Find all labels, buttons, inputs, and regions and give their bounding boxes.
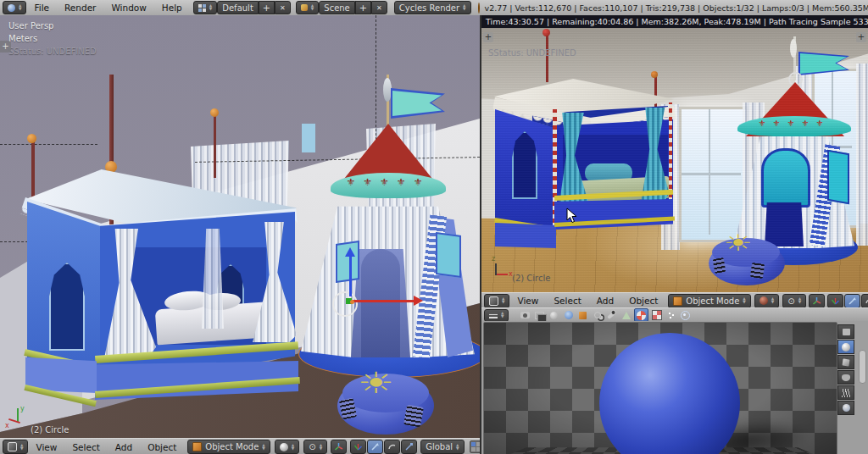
translate-manipulator-button[interactable]: [367, 440, 383, 454]
menu-select[interactable]: Select: [546, 293, 588, 308]
viewport-shading-select[interactable]: [275, 440, 299, 454]
menu-object[interactable]: Object: [621, 293, 665, 308]
layout-delete-button[interactable]: [275, 1, 291, 14]
solid-shading-icon: [280, 443, 288, 451]
transform-orientation-select[interactable]: Global: [420, 440, 464, 454]
menu-object[interactable]: Object: [140, 440, 184, 454]
tent-front-window: [761, 148, 810, 208]
texture-icon: [652, 310, 662, 320]
tab-render[interactable]: [519, 309, 531, 321]
editor-type-properties-button[interactable]: [484, 309, 509, 322]
tab-object-data[interactable]: [620, 309, 632, 321]
rotate-manipulator-button[interactable]: [384, 440, 400, 454]
render-engine-select[interactable]: Cycles Render: [394, 1, 471, 14]
pouf-vent: [713, 257, 726, 274]
preview-flat-button[interactable]: [837, 324, 854, 339]
menu-file[interactable]: File: [26, 0, 57, 15]
world-icon: [565, 311, 573, 319]
scene-name-field[interactable]: Scene: [319, 1, 355, 14]
manipulator-x-axis[interactable]: [353, 300, 415, 302]
tab-world[interactable]: [562, 309, 575, 321]
material-preview[interactable]: [483, 322, 837, 454]
manipulator-mode-buttons: [350, 440, 417, 454]
editor-type-info-button[interactable]: [3, 1, 26, 14]
manipulator-circle[interactable]: [332, 291, 358, 317]
mode-select[interactable]: Object Mode: [668, 294, 750, 308]
menu-view[interactable]: View: [28, 440, 64, 454]
axis-tripod-button[interactable]: [350, 440, 366, 454]
render-stats-bar: Time:43:30.57 | Remaining:40:04.86 | Mem…: [481, 15, 868, 28]
screen-layout-icon-button[interactable]: [193, 1, 217, 14]
expand-toolshelf-button[interactable]: +: [0, 41, 11, 53]
translate-manipulator-button[interactable]: [844, 294, 860, 308]
mesh-data-icon: [622, 312, 631, 319]
layout-add-button[interactable]: [259, 1, 275, 14]
stepper-icon: [798, 297, 801, 304]
preview-monkey-button[interactable]: [837, 370, 854, 385]
render-engine-value: Cycles Render: [399, 3, 459, 13]
menu-add[interactable]: Add: [589, 293, 621, 308]
expand-toolshelf-button[interactable]: +: [483, 32, 493, 42]
tab-physics[interactable]: [679, 309, 692, 321]
menu-add[interactable]: Add: [108, 440, 140, 454]
sun-pouf-object[interactable]: [331, 367, 441, 438]
expand-properties-button[interactable]: +: [856, 32, 866, 42]
editor-type-3dview-button[interactable]: [484, 294, 509, 308]
tab-material[interactable]: [634, 308, 648, 322]
tab-texture[interactable]: [650, 309, 663, 321]
editor-type-3dview-button[interactable]: [3, 440, 28, 454]
mode-select[interactable]: Object Mode: [187, 440, 270, 454]
viewport-shading-select[interactable]: [754, 294, 779, 308]
preview-sphere-button[interactable]: [837, 340, 854, 354]
manipulator-z-axis[interactable]: [349, 256, 352, 296]
render-layers-icon: [535, 312, 544, 319]
render-status-label: SStatus: UNDEFINED: [488, 48, 576, 58]
info-editor-icon: [8, 4, 15, 12]
menu-select[interactable]: Select: [64, 440, 107, 454]
preview-hair-button[interactable]: [837, 385, 854, 400]
screen-layout-name-field[interactable]: Default: [217, 1, 259, 14]
scene-delete-button[interactable]: [371, 1, 387, 14]
stepper-icon: [262, 444, 264, 451]
manipulator-toggle-button[interactable]: [331, 440, 347, 454]
pivot-point-select[interactable]: [303, 440, 327, 454]
stepper-icon: [311, 4, 314, 11]
menu-view[interactable]: View: [509, 293, 546, 308]
scene-add-button[interactable]: [355, 1, 371, 14]
tab-object[interactable]: [576, 309, 589, 321]
tab-scene[interactable]: [548, 309, 560, 321]
axis-x-label: x: [5, 422, 9, 429]
properties-scrollbar[interactable]: [859, 350, 866, 384]
constraints-icon: [594, 312, 601, 318]
scene-selector-icon-button[interactable]: [296, 1, 319, 14]
tab-modifiers[interactable]: [605, 309, 618, 321]
rendered-scene: ⚜⚜⚜⚜⚜ + + SStatus: UNDEFINED: [481, 28, 868, 292]
stepper-icon: [19, 4, 21, 11]
mode-value: Object Mode: [686, 296, 739, 306]
preview-world-button[interactable]: [837, 401, 854, 415]
rendered-bed-object[interactable]: [481, 28, 685, 257]
pivot-icon: [309, 442, 315, 451]
tent-band: ⚜⚜⚜⚜⚜: [737, 116, 851, 136]
viewport-3d-solid[interactable]: ⚜⚜⚜⚜⚜ User: [0, 15, 480, 438]
rotate-manipulator-button[interactable]: [861, 294, 868, 308]
axis-tripod-button[interactable]: [827, 294, 843, 308]
stepper-icon: [456, 444, 459, 451]
mode-value: Object Mode: [205, 442, 259, 451]
pivot-point-select[interactable]: [782, 294, 806, 308]
scale-manipulator-button[interactable]: [401, 440, 417, 454]
manipulator-toggle-button[interactable]: [809, 294, 825, 308]
menu-render[interactable]: Render: [57, 0, 103, 15]
rendered-pouf-object[interactable]: [702, 226, 795, 285]
scene-name: Scene: [324, 3, 350, 13]
preview-cube-button[interactable]: [837, 355, 854, 369]
tab-render-layers[interactable]: [533, 309, 546, 321]
layers-grid-1[interactable]: [470, 440, 480, 453]
tab-constraints[interactable]: [591, 309, 604, 321]
transform-manipulator[interactable]: [322, 244, 432, 320]
stepper-icon: [292, 444, 294, 451]
menu-window[interactable]: Window: [103, 0, 153, 15]
menu-help[interactable]: Help: [154, 0, 190, 15]
viewport-3d-rendered[interactable]: Time:43:30.57 | Remaining:40:04.86 | Mem…: [481, 15, 868, 292]
tab-particles[interactable]: [665, 309, 677, 321]
